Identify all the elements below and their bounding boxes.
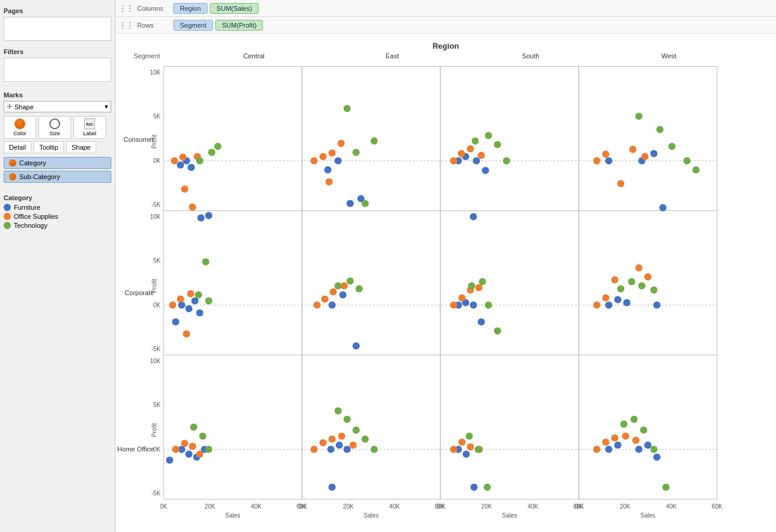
dot [197, 215, 205, 222]
dot [650, 446, 657, 453]
sidebar: Pages Filters Marks ✛ Shape ▾ Color Size… [0, 0, 115, 532]
dot [181, 440, 188, 447]
dot [205, 298, 212, 305]
y-n5k-r1: -5K [151, 201, 161, 208]
category-pill[interactable]: Category [4, 157, 111, 169]
color-icon [14, 118, 25, 129]
panel-r1c2 [302, 67, 440, 211]
tech-dot [4, 222, 11, 229]
dot [466, 433, 473, 440]
dropdown-chevron: ▾ [105, 103, 108, 111]
dot [635, 446, 642, 453]
filters-title: Filters [4, 48, 111, 55]
dot [343, 105, 351, 112]
dot [172, 319, 179, 326]
dot [450, 157, 457, 165]
dot [185, 451, 192, 458]
dot [605, 446, 612, 453]
dot [467, 145, 474, 153]
marks-type-dropdown[interactable]: ✛ Shape ▾ [4, 101, 111, 112]
tooltip-button[interactable]: Tooltip [34, 141, 64, 153]
color-button[interactable]: Color [4, 116, 36, 139]
main-panel: ⋮⋮ Columns Region SUM(Sales) ⋮⋮ Rows Seg… [115, 0, 776, 532]
dot [683, 157, 691, 165]
dot [475, 446, 482, 453]
profit-axis-r2: Profit [151, 279, 158, 293]
segment-col-label: Segment [134, 52, 160, 60]
dot [353, 343, 360, 350]
dot [644, 442, 651, 449]
x-0k-c1: 0K [160, 503, 168, 510]
filters-box [4, 58, 111, 82]
size-label: Size [49, 130, 60, 136]
dot [450, 446, 457, 453]
x-20k-c3: 20K [481, 503, 492, 510]
sales-title-c1: Sales [225, 512, 240, 519]
shape-button[interactable]: Shape [66, 141, 96, 153]
subcategory-pill[interactable]: Sub-Category [4, 171, 111, 183]
marks-section: Marks ✛ Shape ▾ Color Size Abc Label Det… [4, 89, 111, 185]
x-40k-c3: 40K [528, 503, 538, 510]
dot [321, 296, 328, 303]
dot [617, 286, 624, 293]
label-button[interactable]: Abc Label [73, 116, 106, 139]
corporate-label: Corporate [125, 289, 154, 296]
dot [177, 162, 184, 169]
dot [166, 457, 173, 464]
dot [189, 443, 196, 450]
dot [336, 442, 343, 449]
dot [187, 290, 194, 298]
panel-r2c2 [302, 211, 440, 355]
dot [328, 150, 336, 157]
rows-segment-pill[interactable]: Segment [173, 20, 213, 31]
dot [494, 141, 501, 148]
dot [484, 484, 491, 491]
west-header: West [662, 52, 677, 60]
x-40k-c4: 40K [666, 503, 677, 510]
dot [328, 302, 336, 309]
dot [208, 149, 215, 156]
dot [650, 150, 657, 157]
dot [371, 446, 378, 453]
dot [343, 416, 351, 423]
pages-box [4, 17, 111, 41]
panel-r3c2 [302, 355, 440, 500]
dot [635, 264, 642, 272]
panel-r1c3 [440, 67, 579, 211]
panel-r3c4 [579, 355, 717, 500]
dot [472, 138, 479, 145]
y-0k-r3: 0K [153, 446, 161, 453]
dot [650, 287, 657, 294]
dot [178, 302, 185, 309]
dot [593, 157, 600, 165]
dot [171, 157, 178, 165]
dot [638, 283, 645, 290]
dot [468, 283, 475, 290]
detail-button[interactable]: Detail [4, 141, 31, 153]
x-0k-c4: 0K [575, 503, 583, 510]
dot [196, 157, 203, 165]
size-icon [49, 118, 60, 129]
rows-shelf: ⋮⋮ Rows Segment SUM(Profit) [115, 17, 776, 34]
dot [668, 143, 676, 150]
furniture-dot [4, 204, 11, 211]
chart-area: Region Central East South West Consumer … [115, 34, 776, 532]
dot [458, 295, 466, 302]
dot [617, 180, 624, 188]
dot [653, 302, 661, 309]
dot [611, 277, 618, 284]
x-40k-c1: 40K [251, 503, 262, 510]
dot [205, 446, 212, 453]
profit-axis-r1: Profit [151, 135, 158, 149]
rows-profit-pill[interactable]: SUM(Profit) [215, 20, 263, 31]
dot [214, 143, 221, 150]
columns-sales-pill[interactable]: SUM(Sales) [210, 3, 259, 14]
dot [659, 204, 667, 212]
size-button[interactable]: Size [38, 116, 71, 139]
x-0k-c3: 0K [437, 503, 445, 510]
columns-region-pill[interactable]: Region [173, 3, 208, 14]
dot [353, 427, 360, 434]
homeoffice-label: Home Office [117, 445, 154, 453]
y-0k-r1: 0K [153, 157, 161, 164]
dot [343, 446, 351, 453]
